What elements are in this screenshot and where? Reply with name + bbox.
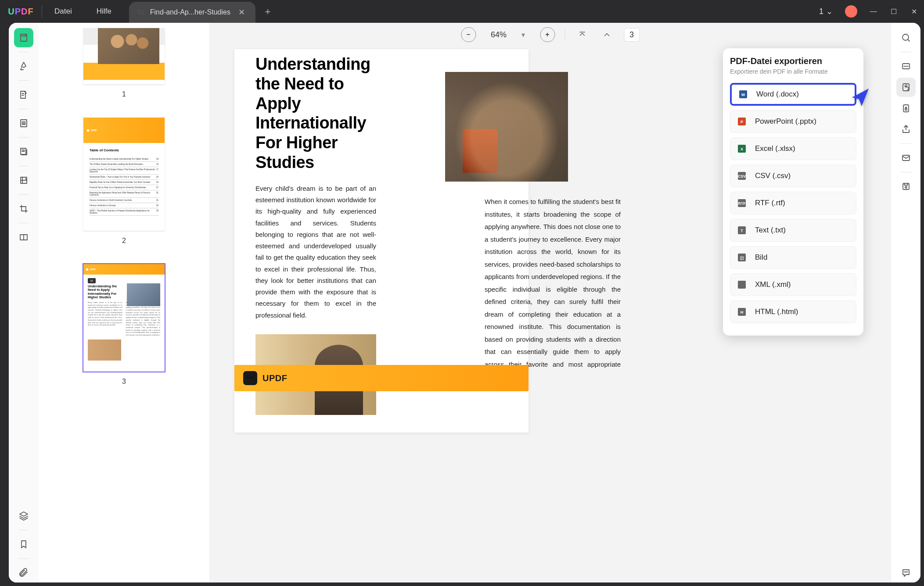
- menu-help[interactable]: Hilfe: [84, 7, 124, 16]
- form-tool[interactable]: [14, 142, 33, 161]
- export-option-label: HTML (.html): [755, 307, 798, 316]
- export-option-label: RTF (.rtf): [755, 199, 785, 207]
- comment-button[interactable]: [896, 563, 916, 582]
- file-type-icon: H: [737, 307, 747, 317]
- thumb-image: [127, 283, 160, 306]
- export-option-html[interactable]: HHTML (.html): [730, 300, 856, 323]
- document-canvas: − 64% ▾ + 3 Understanding the Need to Ap…: [210, 23, 891, 582]
- chevron-down-icon: ⌄: [826, 7, 833, 16]
- compare-tool[interactable]: [14, 228, 33, 247]
- cursor-arrow-annotation: [850, 88, 870, 109]
- export-button[interactable]: [896, 78, 916, 97]
- document-tab[interactable]: Find-and-Ap...her-Studies ✕: [129, 2, 255, 23]
- page-body-text: Every child's dream is to be part of an …: [255, 183, 376, 321]
- export-option-label: Word (.docx): [756, 90, 799, 99]
- thumb-heading: Understanding the Need to Apply Internat…: [88, 285, 122, 299]
- share-button[interactable]: [896, 120, 916, 139]
- window-count[interactable]: 1⌄: [813, 7, 839, 16]
- page-number-input[interactable]: 3: [624, 28, 640, 42]
- file-type-icon: W: [738, 89, 748, 100]
- export-option-rtf[interactable]: RTFRTF (.rtf): [730, 192, 856, 214]
- search-button[interactable]: [896, 28, 916, 47]
- export-option-powerpoint[interactable]: PPowerPoint (.pptx): [730, 110, 856, 133]
- ocr-button[interactable]: [896, 57, 916, 76]
- export-option-text[interactable]: TText (.txt): [730, 219, 856, 242]
- close-window-button[interactable]: ✕: [904, 7, 924, 16]
- updf-logo-icon: 〰: [243, 371, 257, 385]
- toc-line: Scholarship Rules – How to Apply For One…: [90, 175, 158, 180]
- toc-line: Practical Tips to Help You in Applying f…: [90, 185, 158, 190]
- page-footer: 〰 UPDF: [234, 365, 529, 391]
- go-top-button[interactable]: [575, 27, 590, 42]
- highlight-tool[interactable]: [14, 57, 33, 76]
- toc-line: Famous Institutions in North American Co…: [90, 198, 158, 203]
- prev-page-button[interactable]: [599, 27, 614, 42]
- export-subtitle: Exportiere dein PDF in alle Formate: [730, 68, 856, 75]
- attachment-tool[interactable]: [14, 563, 33, 582]
- page-heading: Understanding the Need to Apply Internat…: [255, 54, 378, 172]
- export-option-csv[interactable]: CSVCSV (.csv): [730, 164, 856, 187]
- page-image-1: [445, 72, 568, 182]
- export-option-word[interactable]: WWord (.docx): [730, 83, 856, 106]
- export-option-excel[interactable]: XExcel (.xlsx): [730, 137, 856, 160]
- tab-close-icon[interactable]: ✕: [236, 7, 248, 18]
- edit-tool[interactable]: [14, 85, 33, 104]
- page-tool[interactable]: [14, 114, 33, 133]
- zoom-out-button[interactable]: −: [461, 27, 476, 42]
- file-type-icon: ◫: [737, 252, 747, 263]
- svg-point-24: [905, 186, 907, 188]
- layers-tool[interactable]: [14, 506, 33, 525]
- file-type-icon: P: [737, 116, 747, 127]
- page-right-column: When it comes to fulfilling the student'…: [485, 196, 621, 383]
- right-toolbar: [891, 23, 920, 582]
- toc-line: Reaching the Application Period and Offe…: [90, 190, 158, 198]
- app-body: 1 UPDF Table of Contents Understanding t…: [9, 23, 920, 582]
- toc-line: UPDF – The Perfect Solution to Prepare S…: [90, 208, 158, 216]
- file-type-icon: [737, 279, 747, 290]
- thumbnail-2[interactable]: UPDF Table of Contents Understanding the…: [83, 118, 165, 231]
- new-tab-button[interactable]: ＋: [259, 5, 277, 18]
- bookmark-tool[interactable]: [14, 535, 33, 554]
- email-button[interactable]: [896, 148, 916, 168]
- export-option-xml[interactable]: XML (.xml): [730, 273, 856, 296]
- thumbnail-3[interactable]: UPDF 01 Understanding the Need to Apply …: [83, 264, 165, 372]
- export-option-label: PowerPoint (.pptx): [755, 117, 816, 126]
- reader-tool[interactable]: [14, 28, 33, 47]
- svg-text:H: H: [741, 310, 744, 314]
- view-toolbar: − 64% ▾ + 3: [461, 27, 640, 42]
- crop-tool[interactable]: [14, 199, 33, 218]
- zoom-dropdown[interactable]: ▾: [521, 31, 530, 39]
- svg-rect-14: [738, 281, 746, 289]
- minimize-button[interactable]: —: [863, 7, 884, 15]
- thumbnail-panel: 1 UPDF Table of Contents Understanding t…: [39, 23, 210, 582]
- thumb-number: 3: [122, 378, 126, 386]
- maximize-button[interactable]: ☐: [884, 7, 904, 16]
- svg-text:W: W: [741, 93, 745, 97]
- zoom-in-button[interactable]: +: [540, 27, 555, 42]
- toc-line: The 10 Best Global Universities Leading …: [90, 162, 158, 167]
- export-option-label: CSV (.csv): [755, 172, 791, 180]
- organize-tool[interactable]: [14, 171, 33, 190]
- menu-file[interactable]: Datei: [42, 7, 84, 16]
- toc-line: Understanding the Need to Apply Internat…: [90, 157, 158, 162]
- thumb-col-1: Every child's dream is to be part of an …: [88, 302, 122, 337]
- protect-button[interactable]: [896, 99, 916, 118]
- export-option-bild[interactable]: ◫Bild: [730, 246, 856, 269]
- titlebar: UPDF Datei Hilfe Find-and-Ap...her-Studi…: [0, 0, 924, 23]
- toc-line: Looking Into the Top 10 Subject Majors T…: [90, 167, 158, 175]
- toc-heading: Table of Contents: [90, 148, 158, 152]
- user-avatar[interactable]: [845, 5, 857, 18]
- thumbnail-1[interactable]: [83, 28, 165, 84]
- eye-off-icon: [137, 8, 145, 16]
- export-title: PDF-Datei exportieren: [730, 56, 856, 66]
- toc-line: Eligibility Rules for the 10 Best Global…: [90, 180, 158, 185]
- footer-text: UPDF: [262, 373, 287, 383]
- zoom-value[interactable]: 64%: [485, 30, 512, 39]
- svg-text:RTF: RTF: [738, 201, 746, 206]
- export-option-label: Text (.txt): [755, 226, 786, 235]
- save-button[interactable]: [896, 177, 916, 196]
- toc-line: Famous Institutions in Europe33: [90, 203, 158, 208]
- svg-text:T: T: [741, 229, 743, 233]
- export-option-label: Bild: [755, 253, 767, 262]
- file-type-icon: CSV: [737, 171, 747, 181]
